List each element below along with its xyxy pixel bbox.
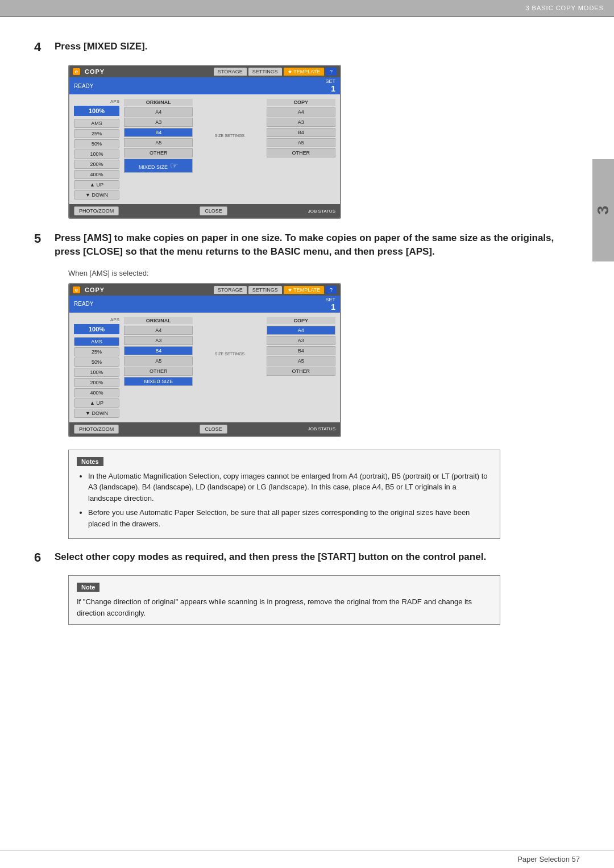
screen-2-btn-down[interactable]: ▼ DOWN xyxy=(74,409,119,418)
screen-2-topbar: e COPY STORAGE SETTINGS ★ TEMPLATE ? xyxy=(69,284,340,296)
screen-1-copy-header: COPY xyxy=(267,99,335,106)
screen-2-copy-a5[interactable]: A5 xyxy=(267,356,335,366)
screen-1-orig-mixed[interactable]: MIXED SIZE ☞ xyxy=(124,159,193,173)
chapter-tab: 3 xyxy=(592,159,614,261)
screen-2-aps-label: APS xyxy=(74,317,119,322)
screen-2-bottom: PHOTO/ZOOM CLOSE JOB STATUS xyxy=(69,422,340,436)
screen-2-orig-a5[interactable]: A5 xyxy=(124,356,193,366)
step-6: 6 Select other copy modes as required, a… xyxy=(34,550,557,565)
top-bar: 3 BASIC COPY MODES xyxy=(0,0,614,16)
screen-1-copy-list: A4 A3 B4 A5 OTHER xyxy=(267,107,335,157)
screen-2-tabs: STORAGE SETTINGS ★ TEMPLATE ? xyxy=(214,286,337,294)
screen-1-orig-a3[interactable]: A3 xyxy=(124,118,193,127)
screen-1-orig-other[interactable]: OTHER xyxy=(124,148,193,157)
notes-list: In the Automatic Magnification Selection… xyxy=(77,471,492,530)
screen-1-subbar: READY SET 1 xyxy=(69,77,340,94)
screen-2-tab-template[interactable]: ★ TEMPLATE xyxy=(284,286,324,294)
screen-2-orig-other[interactable]: OTHER xyxy=(124,367,193,376)
screen-1-logo: e xyxy=(73,68,80,75)
screen-2-left: APS 100% AMS 25% 50% 100% 200% 400% ▲ UP… xyxy=(74,317,119,418)
screen-1-copy-a4[interactable]: A4 xyxy=(267,107,335,117)
step-6-text: Select other copy modes as required, and… xyxy=(55,550,486,564)
screen-1-tab-help[interactable]: ? xyxy=(326,68,337,76)
screen-2-tab-settings[interactable]: SETTINGS xyxy=(248,286,282,294)
top-bar-label: 3 BASIC COPY MODES xyxy=(525,5,604,11)
screen-1-set: SET 1 xyxy=(325,78,335,93)
screen-2-size-settings-col: SIZE SETTINGS xyxy=(195,317,264,386)
screen-1-left: APS 100% AMS 25% 50% 100% 200% 400% ▲ UP… xyxy=(74,99,119,200)
screen-1-zoom: 100% xyxy=(74,106,119,116)
screen-2-btn-up[interactable]: ▲ UP xyxy=(74,398,119,408)
notes-header: Notes xyxy=(77,457,103,466)
screen-2-btn-25[interactable]: 25% xyxy=(74,347,119,356)
screen-2-copy-a4[interactable]: A4 xyxy=(267,326,335,335)
screen-1-copy-a3[interactable]: A3 xyxy=(267,118,335,127)
screen-1-orig-a5[interactable]: A5 xyxy=(124,138,193,147)
screen-2-photo-zoom[interactable]: PHOTO/ZOOM xyxy=(74,425,119,434)
screen-1-ready: READY xyxy=(74,83,93,89)
screen-2-orig-a3[interactable]: A3 xyxy=(124,336,193,345)
screen-1-topbar: e COPY STORAGE SETTINGS ★ TEMPLATE ? xyxy=(69,66,340,77)
screen-2-title: COPY xyxy=(85,286,105,293)
step-4: 4 Press [MIXED SIZE]. xyxy=(34,40,557,55)
screen-2-tab-help[interactable]: ? xyxy=(326,286,337,294)
screen-2-original-list: A4 A3 B4 A5 OTHER MIXED SIZE xyxy=(124,326,193,386)
screen-1-middle: ORIGINAL A4 A3 B4 A5 OTHER MIXED SIZE ☞ xyxy=(124,99,335,200)
screen-2-set: SET 1 xyxy=(325,297,335,312)
screen-2-btn-50[interactable]: 50% xyxy=(74,358,119,367)
screen-2-orig-a4[interactable]: A4 xyxy=(124,326,193,335)
screen-1-btn-50[interactable]: 50% xyxy=(74,139,119,148)
screen-1-orig-b4[interactable]: B4 xyxy=(124,128,193,137)
screen-2-size-settings[interactable]: SIZE SETTINGS xyxy=(195,351,264,356)
screen-2-btn-ams[interactable]: AMS xyxy=(74,337,119,346)
screen-1-btn-100[interactable]: 100% xyxy=(74,149,119,159)
step-5-subtext: When [AMS] is selected: xyxy=(68,269,557,277)
screen-2-copy-other[interactable]: OTHER xyxy=(267,367,335,376)
screen-1-tab-settings[interactable]: SETTINGS xyxy=(248,68,282,76)
screen-1-tab-template[interactable]: ★ TEMPLATE xyxy=(284,68,324,76)
screen-2-middle: ORIGINAL A4 A3 B4 A5 OTHER MIXED SIZE SI… xyxy=(124,317,335,418)
footer-text: Paper Selection 57 xyxy=(517,855,580,863)
screen-2-orig-mixed[interactable]: MIXED SIZE xyxy=(124,377,193,386)
screen-1-copy-b4[interactable]: B4 xyxy=(267,128,335,137)
screen-2-job-status[interactable]: JOB STATUS xyxy=(308,426,335,431)
main-content: 4 Press [MIXED SIZE]. e COPY STORAGE SET… xyxy=(0,17,614,658)
screen-2-tab-storage[interactable]: STORAGE xyxy=(214,286,247,294)
screen-2-logo: e xyxy=(73,286,80,293)
screen-1-copy-col: COPY A4 A3 B4 A5 OTHER xyxy=(267,99,335,173)
step-5-text: Press [AMS] to make copies on paper in o… xyxy=(55,231,557,259)
note-box: Note If "Change direction of original" a… xyxy=(68,575,500,625)
screen-2-btn-200[interactable]: 200% xyxy=(74,378,119,387)
screen-1-size-settings[interactable]: SIZE SETTINGS xyxy=(195,133,264,138)
screen-1-tab-storage[interactable]: STORAGE xyxy=(214,68,247,76)
screen-2-zoom: 100% xyxy=(74,324,119,334)
screen-1-btn-200[interactable]: 200% xyxy=(74,160,119,169)
screen-2-copy-b4[interactable]: B4 xyxy=(267,346,335,355)
screen-1-btn-up[interactable]: ▲ UP xyxy=(74,180,119,189)
screen-1-copy-other[interactable]: OTHER xyxy=(267,148,335,157)
screen-1-job-status[interactable]: JOB STATUS xyxy=(308,209,335,214)
screen-1-btn-down[interactable]: ▼ DOWN xyxy=(74,190,119,200)
screen-1-photo-zoom[interactable]: PHOTO/ZOOM xyxy=(74,206,119,215)
screen-2-copy-a3[interactable]: A3 xyxy=(267,336,335,345)
screen-1-title: COPY xyxy=(85,68,105,75)
screen-1-close[interactable]: CLOSE xyxy=(200,206,227,215)
screen-2-btn-400[interactable]: 400% xyxy=(74,388,119,397)
screen-1-btn-400[interactable]: 400% xyxy=(74,170,119,179)
screen-2-btn-100[interactable]: 100% xyxy=(74,368,119,377)
screen-2-orig-b4[interactable]: B4 xyxy=(124,346,193,355)
screen-2-copy-list: A4 A3 B4 A5 OTHER xyxy=(267,326,335,376)
notes-item-2: Before you use Automatic Paper Selection… xyxy=(88,507,492,529)
screen-2-close[interactable]: CLOSE xyxy=(200,425,227,434)
screen-1-btn-25[interactable]: 25% xyxy=(74,129,119,138)
screen-2-original-header: ORIGINAL xyxy=(124,317,193,324)
screen-1-copy-a5[interactable]: A5 xyxy=(267,138,335,147)
screen-1-tabs: STORAGE SETTINGS ★ TEMPLATE ? xyxy=(214,68,337,76)
step-4-number: 4 xyxy=(34,40,55,55)
screen-2-copy-header: COPY xyxy=(267,317,335,324)
screen-2-cols: ORIGINAL A4 A3 B4 A5 OTHER MIXED SIZE SI… xyxy=(124,317,335,386)
screen-1-btn-ams[interactable]: AMS xyxy=(74,119,119,128)
screen-1-orig-a4[interactable]: A4 xyxy=(124,107,193,117)
cursor-icon: ☞ xyxy=(170,160,178,171)
note-text: If "Change direction of original" appear… xyxy=(77,596,492,618)
